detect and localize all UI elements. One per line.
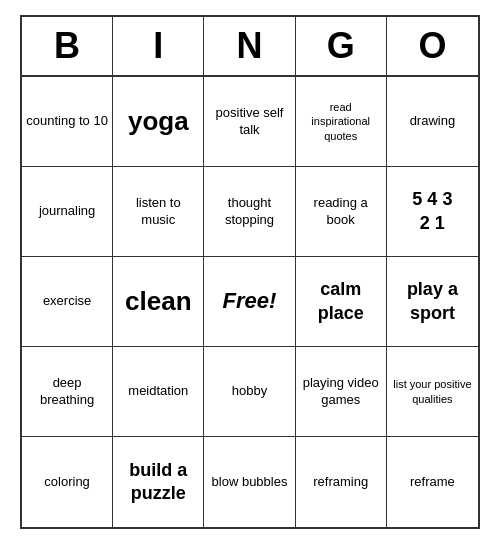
bingo-cell-14: play a sport: [387, 257, 478, 347]
cell-text-22: blow bubbles: [212, 474, 288, 491]
bingo-cell-11: clean: [113, 257, 204, 347]
bingo-letter-n: N: [204, 17, 295, 75]
bingo-cell-0: counting to 10: [22, 77, 113, 167]
bingo-cell-18: playing video games: [296, 347, 387, 437]
bingo-cell-6: listen to music: [113, 167, 204, 257]
cell-text-24: reframe: [410, 474, 455, 491]
bingo-cell-5: journaling: [22, 167, 113, 257]
bingo-letter-g: G: [296, 17, 387, 75]
cell-text-15: deep breathing: [26, 375, 108, 409]
bingo-cell-8: reading a book: [296, 167, 387, 257]
cell-text-7: thought stopping: [208, 195, 290, 229]
bingo-cell-12: Free!: [204, 257, 295, 347]
cell-text-10: exercise: [43, 293, 91, 310]
cell-text-8: reading a book: [300, 195, 382, 229]
cell-text-4: drawing: [410, 113, 456, 130]
cell-text-2: positive self talk: [208, 105, 290, 139]
bingo-letter-o: O: [387, 17, 478, 75]
cell-text-5: journaling: [39, 203, 95, 220]
cell-text-1: yoga: [128, 105, 189, 139]
bingo-grid: counting to 10yogapositive self talkread…: [22, 77, 478, 527]
bingo-cell-23: reframing: [296, 437, 387, 527]
cell-text-14: play a sport: [391, 278, 474, 325]
cell-text-21: build a puzzle: [117, 459, 199, 506]
cell-text-0: counting to 10: [26, 113, 108, 130]
bingo-letter-b: B: [22, 17, 113, 75]
cell-text-20: coloring: [44, 474, 90, 491]
bingo-cell-2: positive self talk: [204, 77, 295, 167]
bingo-cell-16: meidtation: [113, 347, 204, 437]
bingo-cell-4: drawing: [387, 77, 478, 167]
bingo-cell-1: yoga: [113, 77, 204, 167]
cell-text-13: calm place: [300, 278, 382, 325]
bingo-cell-13: calm place: [296, 257, 387, 347]
cell-text-6: listen to music: [117, 195, 199, 229]
cell-text-16: meidtation: [128, 383, 188, 400]
cell-text-19: list your positive qualities: [391, 377, 474, 406]
cell-text-18: playing video games: [300, 375, 382, 409]
bingo-card: BINGO counting to 10yogapositive self ta…: [20, 15, 480, 529]
cell-text-11: clean: [125, 285, 192, 319]
bingo-cell-15: deep breathing: [22, 347, 113, 437]
bingo-cell-3: read inspirational quotes: [296, 77, 387, 167]
bingo-letter-i: I: [113, 17, 204, 75]
bingo-header: BINGO: [22, 17, 478, 77]
cell-text-9: 5 4 3 2 1: [412, 188, 452, 235]
bingo-cell-7: thought stopping: [204, 167, 295, 257]
cell-text-3: read inspirational quotes: [300, 100, 382, 143]
bingo-cell-17: hobby: [204, 347, 295, 437]
bingo-cell-21: build a puzzle: [113, 437, 204, 527]
bingo-cell-19: list your positive qualities: [387, 347, 478, 437]
cell-text-12: Free!: [223, 287, 277, 316]
bingo-cell-22: blow bubbles: [204, 437, 295, 527]
bingo-cell-9: 5 4 3 2 1: [387, 167, 478, 257]
bingo-cell-10: exercise: [22, 257, 113, 347]
bingo-cell-24: reframe: [387, 437, 478, 527]
bingo-cell-20: coloring: [22, 437, 113, 527]
cell-text-17: hobby: [232, 383, 267, 400]
cell-text-23: reframing: [313, 474, 368, 491]
